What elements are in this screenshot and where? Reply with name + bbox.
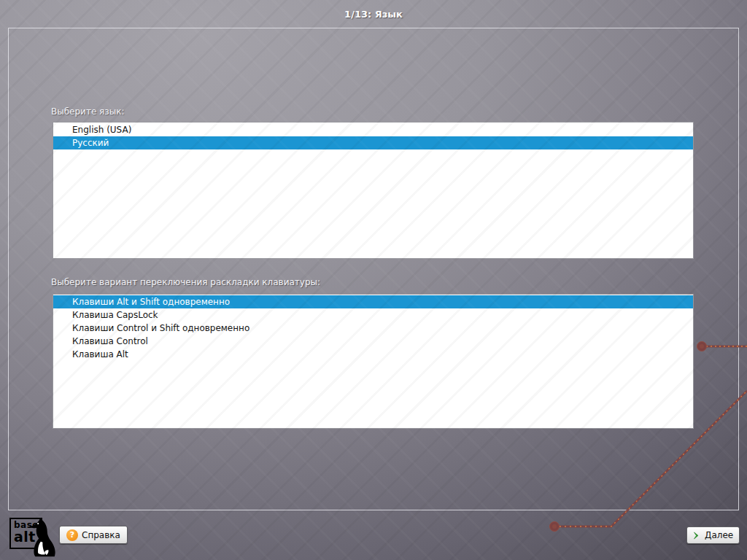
language-option-english[interactable]: English (USA) [53, 123, 693, 136]
basealt-dog-icon [28, 518, 58, 557]
keyboard-option-control[interactable]: Клавиша Control [53, 335, 693, 348]
page-title: 1/13: Язык [344, 9, 403, 20]
keyboard-option-alt-shift[interactable]: Клавиши Alt и Shift одновременно [53, 295, 693, 308]
next-button[interactable]: Далее [686, 526, 740, 544]
installer-window: 1/13: Язык Выберите язык: English (USA) … [0, 0, 747, 560]
title-bar: 1/13: Язык [0, 0, 747, 28]
keyboard-switch-label: Выберите вариант переключения раскладки … [51, 277, 320, 287]
keyboard-option-control-shift[interactable]: Клавиши Control и Shift одновременно [53, 322, 693, 335]
language-label: Выберите язык: [51, 106, 124, 117]
help-button[interactable]: ? Справка [59, 526, 128, 544]
language-option-russian[interactable]: Русский [53, 136, 693, 149]
content-frame [8, 28, 739, 510]
next-button-label: Далее [705, 530, 733, 540]
keyboard-switch-list: Клавиши Alt и Shift одновременно Клавиша… [53, 294, 694, 429]
help-button-label: Справка [82, 530, 120, 540]
arrow-right-icon [693, 532, 701, 540]
question-mark-icon: ? [66, 529, 78, 541]
keyboard-option-capslock[interactable]: Клавиша CapsLock [53, 308, 693, 322]
language-list: English (USA) Русский [53, 122, 694, 259]
keyboard-option-alt[interactable]: Клавиша Alt [53, 348, 693, 361]
